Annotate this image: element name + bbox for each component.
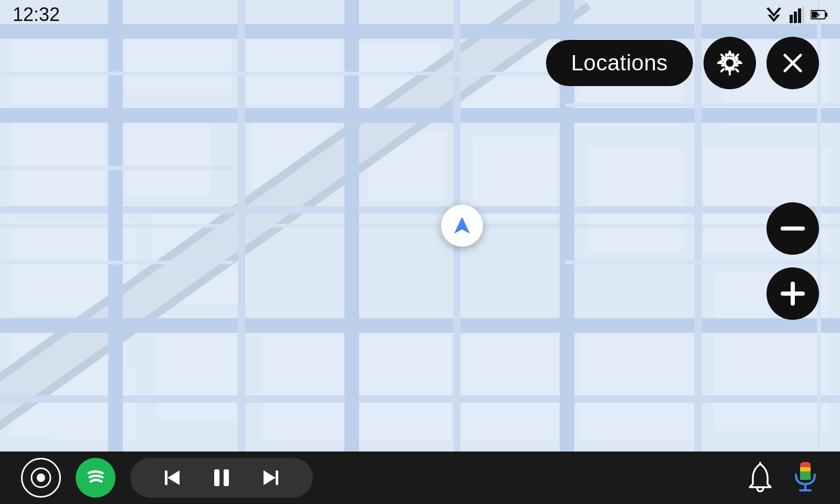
svg-point-74: [37, 474, 45, 482]
bottom-left-controls: [21, 458, 313, 498]
svg-line-63: [721, 55, 724, 57]
close-button[interactable]: [766, 37, 819, 89]
bell-icon: [746, 462, 775, 494]
svg-line-66: [721, 69, 724, 72]
close-icon: [780, 50, 806, 76]
svg-rect-1: [10, 32, 105, 105]
signal-icon: [790, 6, 804, 23]
pause-button[interactable]: [197, 463, 246, 492]
media-controls: [130, 458, 313, 498]
notification-button[interactable]: [746, 462, 775, 494]
status-bar: 12:32: [0, 0, 840, 29]
battery-icon: [811, 9, 827, 20]
home-circle-icon: [30, 467, 51, 488]
svg-rect-54: [825, 13, 827, 17]
svg-line-64: [736, 69, 739, 72]
svg-rect-55: [812, 12, 817, 18]
spotify-button[interactable]: [76, 458, 116, 498]
svg-rect-77: [214, 469, 219, 486]
svg-rect-12: [357, 336, 452, 441]
time-display: 12:32: [13, 4, 60, 26]
next-icon: [260, 467, 281, 488]
wifi-icon: [764, 7, 783, 22]
svg-rect-49: [790, 15, 793, 23]
gear-icon: [716, 49, 744, 77]
zoom-controls: [766, 202, 819, 320]
svg-rect-19: [588, 147, 682, 252]
home-button[interactable]: [21, 458, 61, 498]
zoom-out-button[interactable]: [766, 202, 819, 255]
prev-track-button[interactable]: [147, 463, 197, 492]
spotify-icon: [83, 466, 108, 490]
svg-rect-13: [462, 336, 567, 441]
svg-rect-52: [802, 6, 804, 23]
next-track-button[interactable]: [246, 463, 296, 492]
svg-rect-87: [800, 467, 811, 471]
navigation-arrow-icon: [451, 215, 473, 237]
top-controls: Locations: [546, 37, 819, 89]
svg-marker-80: [264, 470, 276, 485]
plus-icon: [781, 281, 805, 306]
settings-button[interactable]: [704, 37, 756, 89]
prev-icon: [162, 467, 183, 488]
mic-icon: [792, 460, 819, 496]
bottom-bar: [0, 452, 840, 504]
location-marker: [441, 205, 483, 247]
status-icons: [764, 6, 827, 23]
svg-rect-88: [800, 471, 811, 476]
svg-rect-6: [126, 116, 210, 194]
bottom-right-controls: [746, 460, 819, 496]
locations-button[interactable]: Locations: [546, 40, 693, 86]
minus-icon: [781, 226, 805, 230]
svg-rect-50: [794, 12, 797, 23]
svg-marker-72: [454, 217, 470, 234]
assistant-button[interactable]: [792, 460, 819, 496]
svg-rect-14: [578, 326, 693, 441]
svg-point-58: [725, 58, 734, 68]
svg-rect-75: [165, 470, 167, 485]
pause-icon: [212, 467, 231, 488]
svg-marker-76: [167, 470, 180, 485]
svg-rect-78: [224, 469, 229, 486]
svg-rect-83: [800, 462, 811, 467]
svg-rect-84: [800, 476, 811, 480]
svg-rect-69: [781, 226, 805, 230]
zoom-in-button[interactable]: [766, 267, 819, 320]
svg-rect-9: [247, 32, 341, 105]
svg-rect-5: [126, 32, 231, 94]
svg-rect-71: [791, 281, 795, 306]
svg-rect-51: [798, 8, 801, 23]
svg-rect-2: [10, 121, 105, 205]
svg-line-65: [736, 55, 739, 57]
svg-rect-79: [276, 470, 278, 485]
map-view: 12:32 Location: [0, 0, 840, 452]
